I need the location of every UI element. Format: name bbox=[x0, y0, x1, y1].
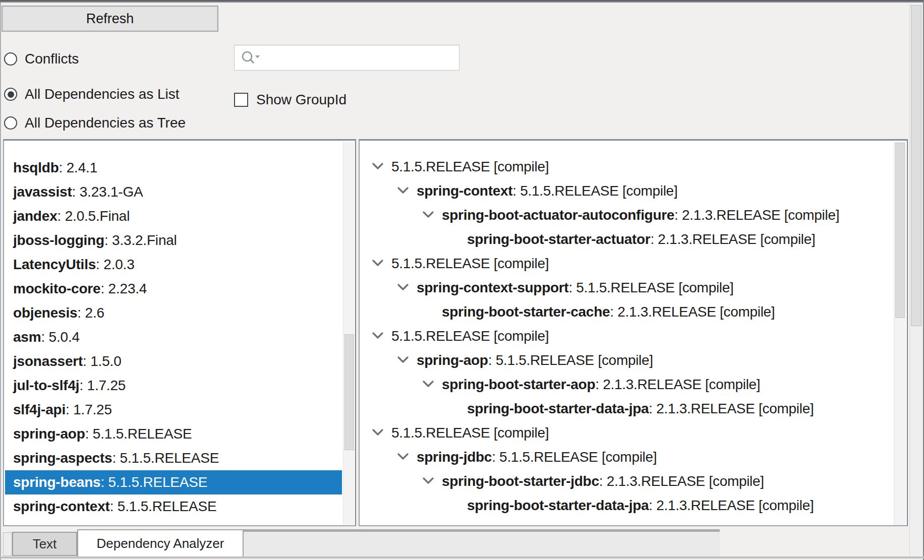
dependency-name: slf4j-api bbox=[13, 402, 66, 418]
dependency-name: hsqldb bbox=[13, 160, 59, 176]
chevron-down-icon[interactable] bbox=[422, 378, 435, 391]
dependency-name: objenesis bbox=[13, 305, 77, 321]
chevron-down-icon[interactable] bbox=[396, 184, 410, 198]
dependency-list-item[interactable]: jul-to-slf4j : 1.7.25 bbox=[5, 374, 342, 398]
dependency-version: : 2.0.3 bbox=[96, 257, 134, 273]
checkbox-icon[interactable] bbox=[234, 93, 248, 107]
dependency-name: jboss-logging bbox=[13, 232, 104, 248]
tree-row[interactable]: spring-boot-starter-cache : 2.1.3.RELEAS… bbox=[360, 300, 893, 324]
chevron-down-icon[interactable] bbox=[371, 426, 384, 440]
tree-node-name: spring-boot-starter-jdbc bbox=[442, 473, 599, 489]
tree-row[interactable]: spring-boot-starter-data-jpa : 2.1.3.REL… bbox=[360, 493, 893, 518]
dependency-list-item[interactable]: jsonassert : 1.5.0 bbox=[5, 349, 342, 374]
radio-all-dependencies-as-tree[interactable]: All Dependencies as Tree bbox=[4, 110, 186, 136]
tab-text[interactable]: Text bbox=[12, 532, 77, 556]
dependency-list-item[interactable]: asm : 5.0.4 bbox=[5, 325, 342, 349]
dependency-list-item[interactable]: mockito-core : 2.23.4 bbox=[5, 277, 342, 301]
dependency-version: : 5.1.5.RELEASE bbox=[100, 474, 207, 490]
bottom-rule bbox=[0, 556, 924, 558]
tree-node-name: spring-aop bbox=[417, 352, 488, 368]
dependency-list-item[interactable]: javassist : 3.23.1-GA bbox=[5, 180, 342, 204]
tree-node-version: : 2.1.3.RELEASE [compile] bbox=[599, 473, 764, 489]
dependency-name: LatencyUtils bbox=[13, 257, 96, 273]
search-icon[interactable] bbox=[241, 50, 261, 66]
tree-node-name: spring-boot-starter-aop bbox=[442, 377, 595, 393]
chevron-down-icon[interactable] bbox=[396, 354, 410, 367]
tree-row[interactable]: spring-boot-starter-actuator : 2.1.3.REL… bbox=[360, 227, 893, 252]
radio-icon[interactable] bbox=[4, 52, 17, 66]
usage-tree-panel: 5.1.5.RELEASE [compile]spring-context : … bbox=[359, 139, 908, 526]
window-scrollbar[interactable] bbox=[909, 3, 922, 556]
show-groupid-checkbox-row[interactable]: Show GroupId bbox=[234, 86, 346, 114]
tree-node-name: spring-context bbox=[417, 183, 512, 199]
checkbox-label: Show GroupId bbox=[256, 92, 346, 108]
tree-node-name: spring-boot-starter-cache bbox=[442, 304, 610, 320]
dependency-list-item[interactable]: hsqldb : 2.4.1 bbox=[5, 156, 342, 180]
tree-node-version: : 2.1.3.RELEASE [compile] bbox=[649, 497, 814, 514]
tree-node-version: : 2.1.3.RELEASE [compile] bbox=[649, 401, 814, 417]
dependency-version: : 5.0.4 bbox=[41, 329, 79, 345]
radio-all-dependencies-as-list[interactable]: All Dependencies as List bbox=[4, 81, 180, 107]
tree-row[interactable]: spring-boot-starter-jdbc : 2.1.3.RELEASE… bbox=[360, 469, 893, 493]
dependency-list-item[interactable]: spring-beans : 5.1.5.RELEASE bbox=[5, 470, 342, 494]
dependency-list-item[interactable]: spring-aspects : 5.1.5.RELEASE bbox=[5, 446, 342, 470]
chevron-down-icon[interactable] bbox=[422, 209, 435, 222]
tree-node-version: : 5.1.5.RELEASE [compile] bbox=[568, 280, 733, 296]
dependency-list-item[interactable]: objenesis : 2.6 bbox=[5, 301, 342, 325]
dependency-name: asm bbox=[13, 329, 41, 345]
tree-node-name: spring-boot-actuator-autoconfigure bbox=[442, 207, 674, 223]
tree-node-name: spring-context-support bbox=[417, 280, 568, 296]
dependency-list-item[interactable]: spring-context : 5.1.5.RELEASE bbox=[5, 494, 342, 519]
dependency-list-scrollbar[interactable] bbox=[343, 142, 355, 525]
tree-row[interactable]: spring-context : 5.1.5.RELEASE [compile] bbox=[360, 179, 893, 203]
tree-row[interactable]: spring-boot-starter-aop : 2.1.3.RELEASE … bbox=[360, 372, 893, 397]
dependency-name: mockito-core bbox=[13, 281, 100, 297]
dependency-list-item[interactable]: spring-aop : 5.1.5.RELEASE bbox=[5, 422, 342, 446]
chevron-down-icon[interactable] bbox=[396, 451, 410, 464]
tree-node-version: : 5.1.5.RELEASE [compile] bbox=[512, 183, 677, 199]
window-left-border bbox=[0, 3, 1, 560]
tree-node-version: : 2.1.3.RELEASE [compile] bbox=[610, 304, 775, 320]
dependency-list-item[interactable]: jandex : 2.0.5.Final bbox=[5, 204, 342, 228]
chevron-down-icon[interactable] bbox=[371, 160, 384, 173]
dependency-list-panel: hsqldb : 2.4.1javassist : 3.23.1-GAjande… bbox=[3, 139, 356, 526]
dependency-list-item[interactable]: jboss-logging : 3.3.2.Final bbox=[5, 228, 342, 253]
chevron-down-icon[interactable] bbox=[371, 257, 384, 270]
tree-row[interactable]: 5.1.5.RELEASE [compile] bbox=[360, 421, 893, 445]
search-field[interactable] bbox=[234, 45, 459, 71]
radio-label: All Dependencies as Tree bbox=[25, 115, 186, 131]
tree-row[interactable]: 5.1.5.RELEASE [compile] bbox=[360, 252, 893, 276]
tree-row[interactable]: spring-jdbc : 5.1.5.RELEASE [compile] bbox=[360, 445, 893, 469]
tree-node-version: 5.1.5.RELEASE [compile] bbox=[391, 256, 549, 272]
window-top-border bbox=[0, 0, 924, 3]
radio-label: Conflicts bbox=[25, 51, 79, 67]
chevron-down-icon[interactable] bbox=[422, 475, 435, 488]
chevron-down-icon[interactable] bbox=[371, 330, 384, 343]
radio-icon-selected[interactable] bbox=[4, 88, 17, 101]
tree-row[interactable]: spring-boot-starter-data-jpa : 2.1.3.REL… bbox=[360, 397, 893, 421]
radio-icon[interactable] bbox=[4, 116, 17, 130]
scrollbar-thumb[interactable] bbox=[911, 5, 921, 326]
dependency-version: : 5.1.5.RELEASE bbox=[110, 499, 217, 515]
search-input[interactable] bbox=[265, 47, 459, 69]
refresh-button[interactable]: Refresh bbox=[2, 6, 218, 32]
dependency-name: javassist bbox=[13, 184, 72, 200]
tree-row[interactable]: spring-boot-actuator-autoconfigure : 2.1… bbox=[360, 203, 893, 227]
chevron-down-icon[interactable] bbox=[396, 281, 410, 294]
usage-tree: 5.1.5.RELEASE [compile]spring-context : … bbox=[360, 141, 893, 518]
dependency-list-item[interactable]: LatencyUtils : 2.0.3 bbox=[5, 253, 342, 277]
tree-row[interactable]: 5.1.5.RELEASE [compile] bbox=[360, 155, 893, 179]
usage-tree-scrollbar[interactable] bbox=[894, 142, 906, 525]
dependency-version: : 2.4.1 bbox=[59, 160, 97, 176]
dependency-version: : 1.7.25 bbox=[66, 402, 112, 418]
dependency-name: jul-to-slf4j bbox=[13, 378, 79, 394]
scrollbar-thumb[interactable] bbox=[344, 334, 354, 450]
tree-row[interactable]: spring-context-support : 5.1.5.RELEASE [… bbox=[360, 276, 893, 300]
scrollbar-thumb[interactable] bbox=[895, 143, 905, 318]
tree-row[interactable]: spring-aop : 5.1.5.RELEASE [compile] bbox=[360, 348, 893, 372]
radio-conflicts[interactable]: Conflicts bbox=[4, 46, 79, 72]
tab-label: Text bbox=[33, 536, 57, 552]
dependency-list-item[interactable]: slf4j-api : 1.7.25 bbox=[5, 398, 342, 422]
tree-row[interactable]: 5.1.5.RELEASE [compile] bbox=[360, 324, 893, 348]
tab-dependency-analyzer[interactable]: Dependency Analyzer bbox=[77, 529, 244, 556]
